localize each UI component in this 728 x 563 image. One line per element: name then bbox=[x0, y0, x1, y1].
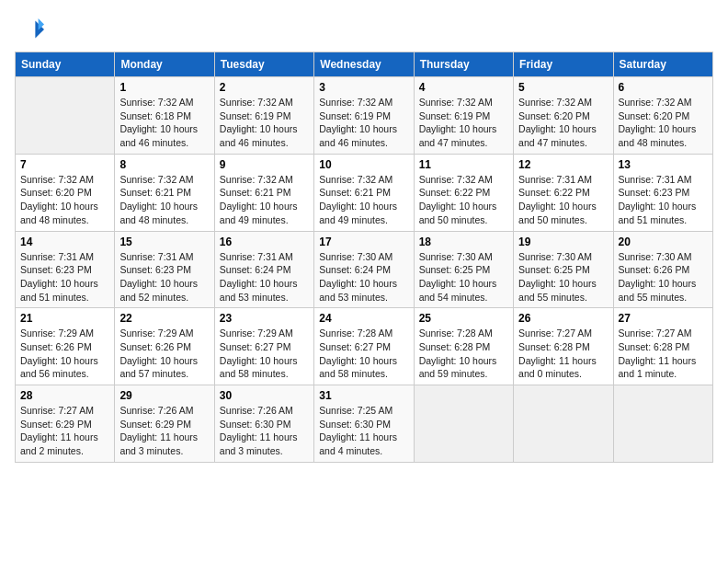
day-number: 16 bbox=[220, 236, 309, 248]
day-info: Sunrise: 7:31 AM Sunset: 6:24 PM Dayligh… bbox=[220, 250, 309, 304]
day-number: 23 bbox=[220, 312, 309, 325]
day-number: 10 bbox=[319, 158, 408, 171]
day-info: Sunrise: 7:27 AM Sunset: 6:29 PM Dayligh… bbox=[20, 404, 109, 458]
day-number: 9 bbox=[220, 158, 309, 171]
day-info: Sunrise: 7:30 AM Sunset: 6:26 PM Dayligh… bbox=[619, 250, 708, 304]
day-number: 19 bbox=[518, 236, 608, 248]
calendar-week-row: 28Sunrise: 7:27 AM Sunset: 6:29 PM Dayli… bbox=[16, 385, 713, 463]
day-number: 20 bbox=[619, 236, 708, 248]
weekday-header-row: SundayMondayTuesdayWednesdayThursdayFrid… bbox=[16, 52, 713, 77]
day-info: Sunrise: 7:32 AM Sunset: 6:21 PM Dayligh… bbox=[220, 173, 309, 227]
calendar-cell: 8Sunrise: 7:32 AM Sunset: 6:21 PM Daylig… bbox=[115, 154, 214, 231]
calendar-cell: 28Sunrise: 7:27 AM Sunset: 6:29 PM Dayli… bbox=[16, 385, 115, 463]
day-info: Sunrise: 7:32 AM Sunset: 6:21 PM Dayligh… bbox=[319, 173, 408, 227]
day-number: 28 bbox=[20, 389, 109, 402]
day-info: Sunrise: 7:32 AM Sunset: 6:20 PM Dayligh… bbox=[518, 96, 608, 150]
day-number: 22 bbox=[119, 312, 209, 325]
calendar-cell: 22Sunrise: 7:29 AM Sunset: 6:26 PM Dayli… bbox=[115, 308, 214, 385]
calendar-cell: 24Sunrise: 7:28 AM Sunset: 6:27 PM Dayli… bbox=[314, 308, 414, 385]
calendar-cell: 29Sunrise: 7:26 AM Sunset: 6:29 PM Dayli… bbox=[115, 385, 214, 463]
day-info: Sunrise: 7:29 AM Sunset: 6:26 PM Dayligh… bbox=[119, 327, 209, 381]
day-number: 12 bbox=[518, 158, 608, 171]
weekday-header: Sunday bbox=[16, 52, 115, 77]
day-info: Sunrise: 7:32 AM Sunset: 6:18 PM Dayligh… bbox=[119, 96, 209, 150]
day-info: Sunrise: 7:32 AM Sunset: 6:21 PM Dayligh… bbox=[119, 173, 209, 227]
calendar-week-row: 14Sunrise: 7:31 AM Sunset: 6:23 PM Dayli… bbox=[16, 231, 713, 308]
calendar-cell: 13Sunrise: 7:31 AM Sunset: 6:23 PM Dayli… bbox=[613, 154, 712, 231]
weekday-header: Friday bbox=[514, 52, 613, 77]
calendar-cell: 7Sunrise: 7:32 AM Sunset: 6:20 PM Daylig… bbox=[16, 154, 115, 231]
day-number: 7 bbox=[20, 158, 109, 171]
calendar-cell: 23Sunrise: 7:29 AM Sunset: 6:27 PM Dayli… bbox=[214, 308, 313, 385]
calendar-cell: 19Sunrise: 7:30 AM Sunset: 6:25 PM Dayli… bbox=[514, 231, 613, 308]
day-info: Sunrise: 7:25 AM Sunset: 6:30 PM Dayligh… bbox=[319, 404, 408, 458]
weekday-header: Saturday bbox=[613, 52, 712, 77]
calendar-cell: 11Sunrise: 7:32 AM Sunset: 6:22 PM Dayli… bbox=[414, 154, 513, 231]
day-info: Sunrise: 7:26 AM Sunset: 6:30 PM Dayligh… bbox=[220, 404, 309, 458]
day-number: 5 bbox=[518, 81, 608, 94]
day-info: Sunrise: 7:28 AM Sunset: 6:27 PM Dayligh… bbox=[319, 327, 408, 381]
day-info: Sunrise: 7:28 AM Sunset: 6:28 PM Dayligh… bbox=[419, 327, 508, 381]
calendar-cell: 9Sunrise: 7:32 AM Sunset: 6:21 PM Daylig… bbox=[214, 154, 313, 231]
day-info: Sunrise: 7:32 AM Sunset: 6:20 PM Dayligh… bbox=[619, 96, 708, 150]
calendar-cell: 2Sunrise: 7:32 AM Sunset: 6:19 PM Daylig… bbox=[214, 77, 313, 155]
calendar-cell: 14Sunrise: 7:31 AM Sunset: 6:23 PM Dayli… bbox=[16, 231, 115, 308]
weekday-header: Wednesday bbox=[314, 52, 414, 77]
calendar-table: SundayMondayTuesdayWednesdayThursdayFrid… bbox=[15, 52, 713, 463]
calendar-cell: 21Sunrise: 7:29 AM Sunset: 6:26 PM Dayli… bbox=[16, 308, 115, 385]
day-info: Sunrise: 7:30 AM Sunset: 6:24 PM Dayligh… bbox=[319, 250, 408, 304]
day-info: Sunrise: 7:32 AM Sunset: 6:19 PM Dayligh… bbox=[220, 96, 309, 150]
day-number: 31 bbox=[319, 389, 408, 402]
calendar-cell: 15Sunrise: 7:31 AM Sunset: 6:23 PM Dayli… bbox=[115, 231, 214, 308]
day-number: 1 bbox=[119, 81, 209, 94]
day-info: Sunrise: 7:31 AM Sunset: 6:22 PM Dayligh… bbox=[518, 173, 608, 227]
calendar-cell: 17Sunrise: 7:30 AM Sunset: 6:24 PM Dayli… bbox=[314, 231, 414, 308]
page-header bbox=[15, 15, 713, 44]
day-number: 24 bbox=[319, 312, 408, 325]
calendar-cell: 10Sunrise: 7:32 AM Sunset: 6:21 PM Dayli… bbox=[314, 154, 414, 231]
calendar-cell: 16Sunrise: 7:31 AM Sunset: 6:24 PM Dayli… bbox=[214, 231, 313, 308]
day-number: 29 bbox=[119, 389, 209, 402]
day-number: 11 bbox=[419, 158, 508, 171]
day-info: Sunrise: 7:30 AM Sunset: 6:25 PM Dayligh… bbox=[518, 250, 608, 304]
day-number: 4 bbox=[419, 81, 508, 94]
calendar-cell bbox=[16, 77, 115, 155]
day-info: Sunrise: 7:31 AM Sunset: 6:23 PM Dayligh… bbox=[619, 173, 708, 227]
calendar-cell: 3Sunrise: 7:32 AM Sunset: 6:19 PM Daylig… bbox=[314, 77, 414, 155]
calendar-cell: 20Sunrise: 7:30 AM Sunset: 6:26 PM Dayli… bbox=[613, 231, 712, 308]
day-info: Sunrise: 7:32 AM Sunset: 6:20 PM Dayligh… bbox=[20, 173, 109, 227]
calendar-cell: 4Sunrise: 7:32 AM Sunset: 6:19 PM Daylig… bbox=[414, 77, 513, 155]
calendar-cell: 31Sunrise: 7:25 AM Sunset: 6:30 PM Dayli… bbox=[314, 385, 414, 463]
calendar-week-row: 7Sunrise: 7:32 AM Sunset: 6:20 PM Daylig… bbox=[16, 154, 713, 231]
day-number: 30 bbox=[220, 389, 309, 402]
day-info: Sunrise: 7:29 AM Sunset: 6:27 PM Dayligh… bbox=[220, 327, 309, 381]
day-info: Sunrise: 7:32 AM Sunset: 6:19 PM Dayligh… bbox=[319, 96, 408, 150]
calendar-cell: 12Sunrise: 7:31 AM Sunset: 6:22 PM Dayli… bbox=[514, 154, 613, 231]
day-info: Sunrise: 7:31 AM Sunset: 6:23 PM Dayligh… bbox=[119, 250, 209, 304]
day-number: 26 bbox=[518, 312, 608, 325]
day-number: 15 bbox=[119, 236, 209, 248]
calendar-week-row: 21Sunrise: 7:29 AM Sunset: 6:26 PM Dayli… bbox=[16, 308, 713, 385]
day-number: 8 bbox=[119, 158, 209, 171]
day-info: Sunrise: 7:27 AM Sunset: 6:28 PM Dayligh… bbox=[619, 327, 708, 381]
day-number: 18 bbox=[419, 236, 508, 248]
day-number: 27 bbox=[619, 312, 708, 325]
calendar-cell bbox=[414, 385, 513, 463]
day-number: 6 bbox=[619, 81, 708, 94]
weekday-header: Monday bbox=[115, 52, 214, 77]
day-info: Sunrise: 7:31 AM Sunset: 6:23 PM Dayligh… bbox=[20, 250, 109, 304]
weekday-header: Tuesday bbox=[214, 52, 313, 77]
logo-icon bbox=[15, 15, 44, 44]
calendar-cell: 26Sunrise: 7:27 AM Sunset: 6:28 PM Dayli… bbox=[514, 308, 613, 385]
day-number: 13 bbox=[619, 158, 708, 171]
day-number: 3 bbox=[319, 81, 408, 94]
calendar-week-row: 1Sunrise: 7:32 AM Sunset: 6:18 PM Daylig… bbox=[16, 77, 713, 155]
day-number: 14 bbox=[20, 236, 109, 248]
calendar-cell: 5Sunrise: 7:32 AM Sunset: 6:20 PM Daylig… bbox=[514, 77, 613, 155]
calendar-cell: 6Sunrise: 7:32 AM Sunset: 6:20 PM Daylig… bbox=[613, 77, 712, 155]
calendar-cell: 27Sunrise: 7:27 AM Sunset: 6:28 PM Dayli… bbox=[613, 308, 712, 385]
calendar-cell: 25Sunrise: 7:28 AM Sunset: 6:28 PM Dayli… bbox=[414, 308, 513, 385]
day-number: 17 bbox=[319, 236, 408, 248]
day-info: Sunrise: 7:27 AM Sunset: 6:28 PM Dayligh… bbox=[518, 327, 608, 381]
day-info: Sunrise: 7:32 AM Sunset: 6:22 PM Dayligh… bbox=[419, 173, 508, 227]
